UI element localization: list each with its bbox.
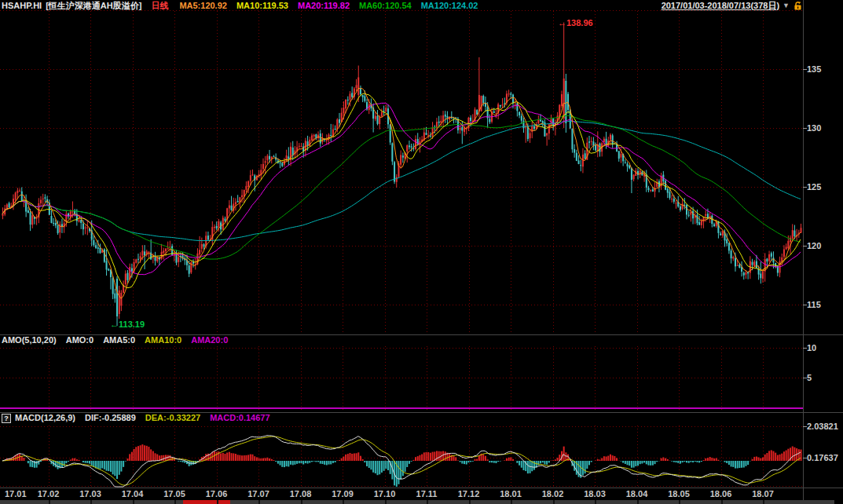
amo-indicator-header: AMO(5,10,20)AMO:0AMA5:0AMA10:0AMA20:0: [2, 335, 237, 345]
scrollbar-divider: [174, 500, 176, 504]
scrollbar-divider: [553, 500, 555, 504]
x-axis-tick-label: 18.06: [708, 489, 735, 499]
amo-value-label: AMA5:0: [103, 335, 135, 345]
amo-value-label: AMO(5,10,20): [2, 335, 57, 345]
x-axis-tick-label: 18.01: [497, 489, 524, 499]
x-axis-tick-label: 17.03: [77, 489, 104, 499]
macd-value-label: MACD:0.14677: [210, 413, 269, 422]
x-axis-tick-label: 18.04: [624, 489, 651, 499]
ma-value-label: MA10:119.53: [236, 1, 288, 10]
y-axis-tick-label: 130: [807, 123, 821, 133]
scrollbar-divider: [90, 500, 92, 504]
x-axis-tick-label: 17.09: [329, 489, 356, 499]
x-axis-tick-label: 17.04: [119, 489, 146, 499]
x-axis-tick-label: 18.07: [750, 489, 776, 499]
date-range-link[interactable]: 2017/01/03-2018/07/13(378日): [662, 0, 779, 12]
ma-value-label: MA20:119.82: [298, 1, 350, 10]
amo-value-label: AMA20:0: [191, 335, 228, 345]
scrollbar-divider: [511, 500, 512, 504]
low-price-value: 113.19: [119, 320, 145, 329]
x-axis-tick-label: 17.01: [5, 489, 31, 499]
x-axis-tick-label: 17.10: [372, 489, 398, 499]
x-axis-tick-label: 18.03: [581, 489, 608, 499]
scrollbar-divider: [679, 500, 680, 504]
unlock-icon[interactable]: [793, 1, 803, 11]
low-price-annotation: ←113.19: [110, 320, 145, 329]
symbol-name: [恒生沪深港通AH股溢价]: [46, 0, 141, 11]
chevron-down-icon[interactable]: ▼: [783, 2, 790, 9]
scrollbar-divider: [385, 500, 387, 504]
scrollbar-divider: [595, 500, 596, 504]
y-axis-tick-label: 125: [807, 182, 821, 192]
scrollbar-divider: [133, 500, 134, 504]
x-axis-tick-label: 18.05: [665, 489, 692, 499]
date-range-controls: 2017/01/03-2018/07/13(378日) ▼: [662, 0, 803, 11]
scrollbar-highlight-segment[interactable]: [183, 500, 230, 504]
high-price-annotation: ←138.96: [558, 18, 593, 27]
y-axis-tick-label: 135: [807, 64, 821, 74]
chart-canvas[interactable]: [0, 0, 843, 504]
amo-value-label: AMA10:0: [145, 335, 181, 345]
help-icon[interactable]: ?: [2, 414, 11, 423]
y-axis-tick-label: 5: [807, 373, 812, 382]
x-axis-tick-label: 17.11: [413, 489, 440, 499]
x-axis-tick-label: 17.07: [245, 489, 272, 499]
amo-value-label: AMO:0: [66, 335, 93, 345]
y-axis-tick-label: 115: [807, 300, 821, 309]
x-axis-tick-label: 17.02: [35, 489, 62, 499]
ma-legend: MA5:120.92MA10:119.53MA20:119.82MA60:120…: [179, 0, 487, 11]
ma-value-label: MA120:124.02: [421, 1, 478, 10]
y-axis-tick-label: 10: [807, 343, 816, 352]
scrollbar-divider: [469, 500, 471, 504]
scrollbar-divider: [258, 500, 260, 504]
left-arrow-icon: ←: [558, 18, 566, 27]
horizontal-scrollbar[interactable]: [0, 500, 834, 504]
scrollbar-divider: [637, 500, 639, 504]
scrollbar-divider: [763, 500, 764, 504]
x-axis-tick-label: 17.08: [288, 489, 314, 499]
x-axis-tick-label: 17.12: [456, 489, 482, 499]
macd-legend: MACD(12,26,9)DIF:-0.25889DEA:-0.33227MAC…: [15, 413, 280, 423]
ma-value-label: MA5:120.92: [179, 1, 227, 10]
y-axis-tick-label: 2.03821: [807, 422, 838, 431]
x-axis-tick-label: 18.02: [540, 489, 566, 499]
amo-legend: AMO(5,10,20)AMO:0AMA5:0AMA10:0AMA20:0: [2, 335, 237, 345]
title-bar: HSAHP.HI [恒生沪深港通AH股溢价] 日线 MA5:120.92MA10…: [2, 0, 487, 11]
y-axis-tick-label: 0.17637: [807, 453, 838, 462]
scrollbar-divider: [427, 500, 428, 504]
scrollbar-divider: [217, 500, 218, 504]
x-axis-tick-label: 17.05: [161, 489, 188, 499]
macd-value-label: DIF:-0.25889: [85, 413, 136, 422]
macd-value-label: DEA:-0.33227: [145, 413, 200, 422]
macd-indicator-header: ? MACD(12,26,9)DIF:-0.25889DEA:-0.33227M…: [2, 413, 280, 423]
symbol-code: HSAHP.HI: [2, 0, 42, 11]
x-axis-tick-label: 17.06: [203, 489, 230, 499]
period-label[interactable]: 日线: [151, 0, 168, 11]
macd-value-label: MACD(12,26,9): [15, 413, 75, 422]
stock-chart-window: HSAHP.HI [恒生沪深港通AH股溢价] 日线 MA5:120.92MA10…: [0, 0, 843, 504]
scrollbar-divider: [343, 500, 344, 504]
y-axis-tick-label: 120: [807, 241, 821, 250]
left-arrow-icon: ←: [110, 320, 119, 329]
scrollbar-divider: [721, 500, 723, 504]
scrollbar-divider: [49, 500, 50, 504]
ma-value-label: MA60:120.54: [359, 1, 412, 10]
high-price-value: 138.96: [566, 18, 593, 27]
scrollbar-divider: [301, 500, 302, 504]
